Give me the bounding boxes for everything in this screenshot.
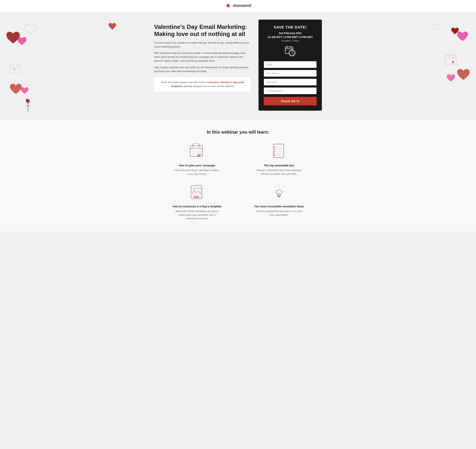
svg-rect-15 — [10, 65, 20, 73]
heart-deco-5 — [21, 87, 29, 95]
hero-callout-box: At the end of the webinar, you will rece… — [154, 77, 251, 92]
heart-deco-9 — [456, 68, 470, 82]
svg-text:♥: ♥ — [453, 62, 454, 63]
email-input[interactable] — [264, 61, 317, 68]
svg-point-48 — [274, 155, 275, 156]
hero-paragraph-2: With Valentine's Day just around the cor… — [154, 51, 251, 63]
hero-title: Valentine's Day Email Marketing: Making … — [154, 23, 251, 38]
logo-text: moosend — [233, 3, 251, 8]
template-editor-icon — [190, 184, 204, 201]
hero-content: Valentine's Day Email Marketing: Making … — [154, 20, 251, 92]
registration-form: Count me in — [264, 61, 317, 106]
envelope-deco — [9, 64, 21, 73]
learn-item-customize-template: How to customize a V-Day's template Moos… — [164, 183, 231, 220]
svg-point-18 — [26, 99, 28, 102]
learn-section-title: In this webinar you will learn: — [7, 129, 469, 135]
logo: moosend — [225, 2, 251, 9]
registration-card: SAVE THE DATE! 2nd February 2021 10 AM E… — [259, 20, 322, 111]
time-bold-3: 5 PM — [300, 35, 306, 39]
svg-point-46 — [274, 151, 275, 152]
hero-paragraph-3: Help couples celebrate their love while … — [154, 66, 251, 73]
svg-rect-9 — [445, 55, 456, 65]
time-sep-1: EST | — [276, 35, 284, 39]
learn-item-actionable-tips: The top actionable tips Making a Valenti… — [245, 142, 312, 176]
plan-campaign-icon-wrap — [188, 142, 206, 161]
calendar-check-icon — [189, 143, 205, 160]
calendar-icon-wrap — [264, 45, 317, 57]
time-sep-2: GMT | — [291, 35, 300, 39]
svg-line-56 — [274, 187, 275, 188]
last-name-input[interactable] — [264, 79, 317, 85]
heart-deco-6 — [108, 22, 116, 31]
calendar-deco-right: ♥ — [444, 53, 457, 66]
learn-item-plan-campaign-desc: From brainstorming to newsletter creatio… — [173, 168, 221, 176]
learn-item-actionable-tips-title: The top actionable tips — [264, 164, 294, 167]
newsletter-ideas-icon-wrap — [270, 183, 288, 202]
svg-line-57 — [283, 187, 284, 188]
moosend-logo-icon — [225, 2, 232, 9]
svg-rect-62 — [278, 195, 280, 196]
reg-time: 10 AM EST | 3 PM GMT | 5 PM EET — [264, 35, 317, 39]
time-bold-1: 10 AM — [268, 35, 276, 39]
svg-rect-54 — [194, 196, 199, 198]
reg-duration: Duration: 1 Hour — [264, 39, 317, 42]
svg-point-52 — [193, 190, 195, 191]
hero-section: ♥ Valentine's Day Email Marketing: Makin… — [0, 12, 476, 120]
svg-rect-13 — [452, 61, 454, 63]
site-header: moosend — [0, 0, 476, 12]
reg-date: 2nd February 2021 — [264, 32, 317, 35]
time-eet: EET — [307, 35, 313, 39]
learn-item-plan-campaign-title: How to plan your campaign — [179, 164, 215, 167]
actionable-tips-icon-wrap — [270, 142, 288, 161]
learn-item-customize-template-desc: Moosend's lovable templates are all you … — [173, 209, 221, 220]
heart-deco-1 — [6, 31, 21, 46]
learn-item-newsletter-ideas-title: The most irresistible newsletter ideas — [254, 205, 304, 208]
learn-item-actionable-tips-desc: Making a Valentine's Day email campaign … — [255, 168, 303, 176]
hero-paragraph-1: You don't need to be a believer to make … — [154, 41, 251, 49]
learn-grid: How to plan your campaign From brainstor… — [164, 142, 312, 220]
lightbulb-icon — [272, 184, 286, 201]
list-doc-icon — [272, 143, 286, 160]
learn-section: In this webinar you will learn: — [0, 120, 476, 232]
svg-point-6 — [227, 5, 228, 5]
learn-item-customize-template-title: How to customize a V-Day's template — [172, 205, 222, 208]
svg-rect-63 — [278, 196, 280, 197]
first-name-input[interactable] — [264, 70, 317, 77]
time-bold-2: 3 PM — [284, 35, 291, 39]
svg-point-45 — [274, 149, 275, 150]
calendar-clock-icon — [285, 45, 296, 57]
customize-template-icon-wrap — [188, 183, 206, 202]
svg-point-47 — [274, 153, 275, 154]
svg-point-17 — [26, 99, 30, 103]
heart-deco-2 — [17, 36, 27, 47]
svg-point-7 — [229, 5, 229, 5]
svg-rect-8 — [228, 6, 228, 6]
heart-deco-8 — [451, 27, 459, 35]
rose-deco-left — [24, 98, 32, 113]
heart-deco-3 — [24, 23, 37, 36]
heart-deco-10 — [446, 73, 455, 83]
heart-deco-7 — [456, 31, 469, 43]
callout-suffix: specially designed by our team for this … — [182, 85, 234, 88]
learn-item-newsletter-ideas: The most irresistible newsletter ideas Y… — [245, 183, 312, 220]
submit-button[interactable]: Count me in — [264, 97, 317, 106]
company-input[interactable] — [264, 87, 317, 94]
callout-prefix: At the end of the webinar, you will rece… — [161, 81, 206, 84]
svg-point-27 — [292, 53, 292, 53]
heart-deco-4 — [9, 83, 22, 96]
learn-item-plan-campaign: How to plan your campaign From brainstor… — [164, 142, 231, 176]
reg-card-title: SAVE THE DATE! — [264, 25, 317, 29]
heart-deco-11 — [431, 23, 439, 31]
svg-point-44 — [274, 147, 275, 148]
learn-item-newsletter-ideas-desc: You'll be surprised by how easy it is to… — [255, 209, 303, 217]
